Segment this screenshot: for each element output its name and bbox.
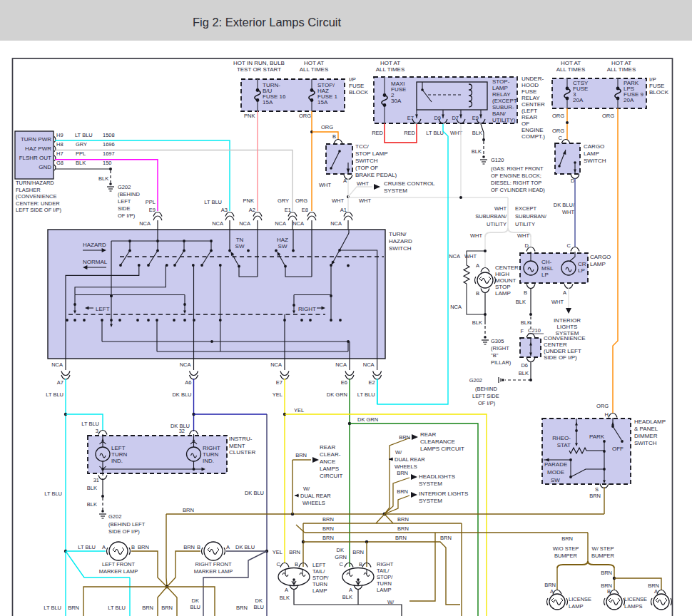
svg-text:(BEHIND: (BEHIND <box>118 191 140 197</box>
svg-text:Fig 2: Exterior Lamps Circuit: Fig 2: Exterior Lamps Circuit <box>193 16 342 29</box>
svg-text:ORG: ORG <box>602 113 614 119</box>
svg-text:HOT AT: HOT AT <box>380 60 400 66</box>
svg-text:CIRCUIT: CIRCUIT <box>320 473 343 479</box>
svg-text:HAZARD: HAZARD <box>389 238 412 245</box>
svg-text:RED: RED <box>404 130 415 136</box>
svg-text:BUMPER: BUMPER <box>591 553 615 559</box>
svg-text:BRN: BRN <box>322 535 334 541</box>
svg-text:LT BLU: LT BLU <box>204 199 222 205</box>
svg-text:PPL: PPL <box>146 199 156 205</box>
svg-text:BRN: BRN <box>183 544 195 550</box>
svg-text:HOOD: HOOD <box>521 82 539 88</box>
svg-text:BRN: BRN <box>161 605 173 611</box>
svg-text:LP: LP <box>578 267 585 274</box>
svg-text:TCC/: TCC/ <box>355 143 369 150</box>
svg-text:A: A <box>285 587 288 593</box>
svg-text:(BEHIND LEFT: (BEHIND LEFT <box>108 521 146 528</box>
svg-text:TURN: TURN <box>111 451 127 458</box>
svg-text:DIMMER: DIMMER <box>634 433 658 439</box>
svg-text:ORG: ORG <box>299 113 311 119</box>
svg-text:BLOCK: BLOCK <box>649 89 669 96</box>
svg-text:BRN: BRN <box>322 516 334 523</box>
svg-text:CR: CR <box>578 261 586 267</box>
svg-text:BLK: BLK <box>521 319 531 326</box>
svg-text:SWITCH: SWITCH <box>584 158 606 164</box>
svg-text:YEL: YEL <box>273 391 283 398</box>
svg-text:LT BLU: LT BLU <box>426 130 444 136</box>
svg-text:LEFT: LEFT <box>111 445 126 451</box>
svg-text:BRN: BRN <box>138 544 149 550</box>
svg-text:HAZ: HAZ <box>277 237 288 243</box>
svg-text:NCA: NCA <box>139 220 151 227</box>
svg-text:ENGINE: ENGINE <box>521 127 544 133</box>
svg-text:EXCEPT: EXCEPT <box>515 205 536 212</box>
svg-text:YEL: YEL <box>273 549 283 555</box>
svg-text:A: A <box>343 178 347 184</box>
svg-text:BRN: BRN <box>440 535 452 541</box>
svg-text:32: 32 <box>179 428 185 434</box>
svg-text:W/ STEP: W/ STEP <box>592 545 614 552</box>
svg-text:ORG: ORG <box>596 403 609 409</box>
svg-text:PNK: PNK <box>244 113 255 119</box>
svg-text:STAT: STAT <box>557 442 571 448</box>
svg-text:LAMP: LAMP <box>584 150 599 157</box>
svg-text:LAMP: LAMP <box>377 587 391 593</box>
svg-text:REAR: REAR <box>320 444 335 451</box>
svg-text:DIESEL: RIGHT TOP: DIESEL: RIGHT TOP <box>491 180 541 186</box>
svg-text:E2: E2 <box>368 379 375 386</box>
svg-text:IND.: IND. <box>111 458 123 464</box>
svg-text:NCA: NCA <box>180 361 191 368</box>
svg-text:NCA: NCA <box>449 253 460 260</box>
svg-text:B: B <box>295 561 298 568</box>
svg-text:STOP: STOP <box>495 284 511 290</box>
svg-text:LEFT: LEFT <box>312 562 326 568</box>
svg-text:ALL TIMES: ALL TIMES <box>300 66 328 73</box>
svg-text:SUBUR-: SUBUR- <box>492 104 514 111</box>
svg-text:PARADE: PARADE <box>544 461 567 468</box>
svg-text:(BEHIND: (BEHIND <box>475 386 497 392</box>
svg-text:WHT: WHT <box>494 205 507 212</box>
svg-text:SWITCH: SWITCH <box>634 440 657 446</box>
svg-text:BLK: BLK <box>472 148 482 155</box>
svg-text:15A: 15A <box>263 99 273 106</box>
svg-text:D9: D9 <box>434 115 441 121</box>
svg-text:(CONVENIENCE: (CONVENIENCE <box>16 193 57 200</box>
svg-text:UNDER-: UNDER- <box>521 76 544 82</box>
svg-text:ORG: ORG <box>552 128 564 134</box>
svg-text:SWITCH: SWITCH <box>355 158 378 164</box>
svg-text:LEFT FRONT: LEFT FRONT <box>102 561 136 568</box>
svg-text:NCA: NCA <box>51 361 63 368</box>
svg-text:SIDE: SIDE <box>118 205 131 212</box>
svg-text:FUSE: FUSE <box>649 83 664 89</box>
svg-text:DK GRN: DK GRN <box>357 416 378 423</box>
svg-text:BAN/: BAN/ <box>492 111 506 117</box>
svg-text:BRN: BRN <box>142 605 153 611</box>
svg-text:MODE: MODE <box>547 469 564 476</box>
svg-text:3: 3 <box>96 428 98 434</box>
svg-text:HIGH: HIGH <box>495 271 509 277</box>
svg-text:ORG: ORG <box>321 124 333 130</box>
svg-text:RIGHT: RIGHT <box>203 445 220 451</box>
svg-text:BRN: BRN <box>601 570 612 576</box>
svg-text:A2: A2 <box>249 207 255 213</box>
svg-text:LEFT SIDE: LEFT SIDE <box>472 393 499 399</box>
svg-text:GRY: GRY <box>76 141 87 148</box>
svg-text:DK: DK <box>337 547 344 553</box>
svg-text:WHT: WHT <box>332 197 344 204</box>
svg-text:(TOP OF: (TOP OF <box>355 165 378 171</box>
svg-text:C: C <box>567 242 571 249</box>
svg-text:SIDE OF I/P): SIDE OF I/P) <box>108 528 140 535</box>
svg-text:SUBURBAN/: SUBURBAN/ <box>475 213 507 220</box>
svg-text:W/: W/ <box>395 449 402 456</box>
svg-text:DK BLU: DK BLU <box>235 544 255 550</box>
svg-text:W/O STEP: W/O STEP <box>553 545 579 552</box>
svg-text:RIGHT FRONT: RIGHT FRONT <box>195 561 232 568</box>
svg-text:A1: A1 <box>340 207 347 213</box>
svg-text:30A: 30A <box>391 98 402 104</box>
svg-text:BLK: BLK <box>87 485 97 491</box>
svg-text:A6: A6 <box>185 379 191 386</box>
svg-text:FUSE: FUSE <box>521 88 536 95</box>
svg-text:CENTER: CENTER <box>495 265 519 271</box>
svg-text:TURN PWR: TURN PWR <box>21 136 51 143</box>
svg-text:LT BLU: LT BLU <box>75 132 93 138</box>
